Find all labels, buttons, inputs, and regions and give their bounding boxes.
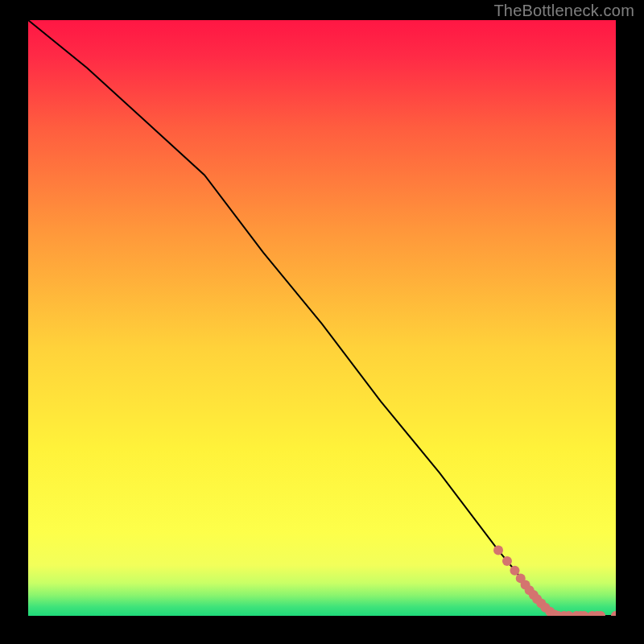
data-marker: [493, 546, 503, 555]
chart-svg: [28, 20, 616, 616]
data-marker: [502, 556, 512, 566]
gradient-background: [28, 20, 616, 616]
chart-frame: TheBottleneck.com: [0, 0, 644, 644]
plot-area: [28, 20, 616, 616]
watermark-text: TheBottleneck.com: [493, 2, 634, 20]
data-marker: [510, 566, 519, 576]
